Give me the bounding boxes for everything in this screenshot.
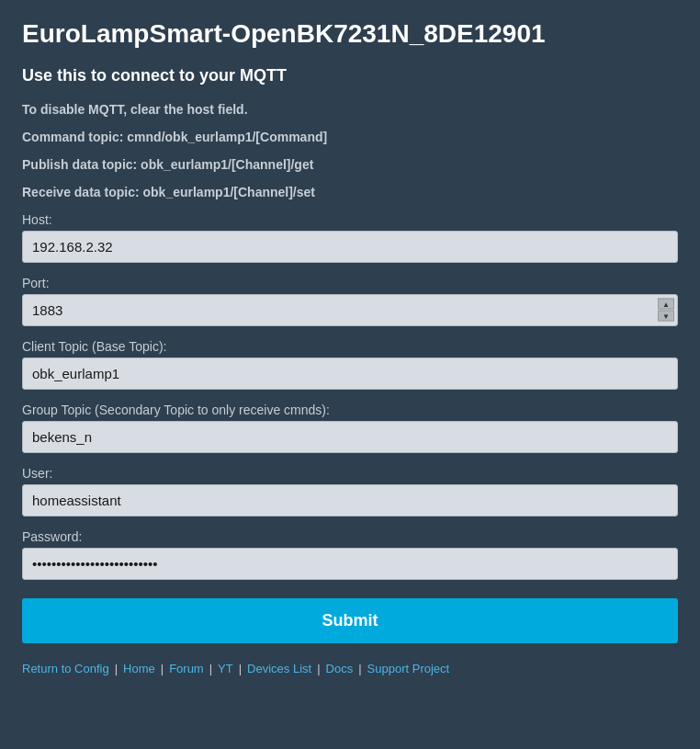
separator-5: | (317, 662, 320, 675)
port-spinner: ▲ ▼ (658, 299, 674, 322)
client-topic-group: Client Topic (Base Topic): (22, 339, 678, 390)
forum-link[interactable]: Forum (169, 662, 204, 675)
yt-link[interactable]: YT (218, 662, 233, 675)
host-input[interactable] (22, 231, 678, 263)
port-decrement[interactable]: ▼ (658, 311, 674, 322)
return-to-config-link[interactable]: Return to Config (22, 662, 109, 675)
separator-6: | (358, 662, 361, 675)
host-group: Host: (22, 212, 678, 263)
page-title: EuroLampSmart-OpenBK7231N_8DE12901 (22, 18, 678, 50)
devices-list-link[interactable]: Devices List (247, 662, 311, 675)
separator-2: | (161, 662, 164, 675)
info-command-topic: Command topic: cmnd/obk_eurlamp1/[Comman… (22, 130, 678, 144)
info-publish-topic: Publish data topic: obk_eurlamp1/[Channe… (22, 157, 678, 172)
host-label: Host: (22, 212, 678, 227)
support-project-link[interactable]: Support Project (367, 662, 450, 675)
client-topic-input[interactable] (22, 357, 678, 390)
group-topic-group: Group Topic (Secondary Topic to only rec… (22, 403, 678, 453)
info-receive-topic: Receive data topic: obk_eurlamp1/[Channe… (22, 185, 678, 199)
info-disable-mqtt: To disable MQTT, clear the host field. (22, 102, 678, 117)
user-label: User: (22, 466, 678, 481)
group-topic-input[interactable] (22, 421, 678, 453)
port-wrapper: ▲ ▼ (22, 294, 678, 326)
user-group: User: (22, 466, 678, 516)
footer-nav: Return to Config | Home | Forum | YT | D… (22, 662, 678, 675)
separator-3: | (209, 662, 212, 675)
port-group: Port: ▲ ▼ (22, 276, 678, 326)
port-input[interactable] (22, 294, 678, 326)
docs-link[interactable]: Docs (326, 662, 354, 675)
user-input[interactable] (22, 484, 678, 516)
port-increment[interactable]: ▲ (658, 299, 674, 310)
home-link[interactable]: Home (123, 662, 155, 675)
password-label: Password: (22, 529, 678, 544)
group-topic-label: Group Topic (Secondary Topic to only rec… (22, 403, 678, 417)
port-label: Port: (22, 276, 678, 290)
client-topic-label: Client Topic (Base Topic): (22, 339, 678, 354)
page-subtitle: Use this to connect to your MQTT (22, 66, 678, 85)
separator-4: | (239, 662, 242, 675)
separator-1: | (115, 662, 118, 675)
password-input[interactable] (22, 548, 678, 580)
submit-button[interactable]: Submit (22, 598, 678, 643)
password-group: Password: (22, 529, 678, 580)
